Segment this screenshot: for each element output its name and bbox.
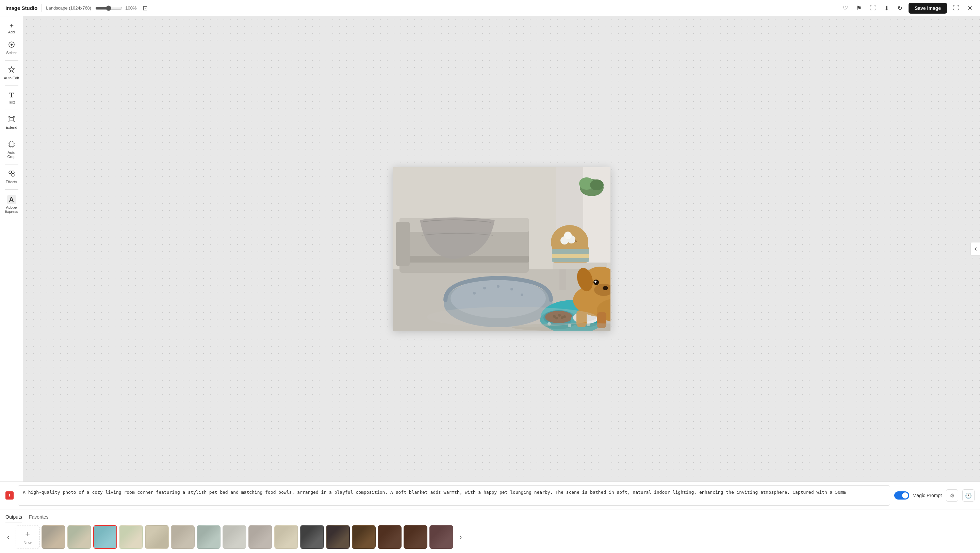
image-format: Landscape (1024x768) — [46, 5, 91, 11]
sidebar-item-auto-edit[interactable]: Auto Edit — [2, 63, 21, 83]
svg-point-35 — [511, 288, 513, 290]
text-icon: T — [9, 91, 14, 99]
thumbnail-2[interactable] — [67, 525, 91, 549]
download-button[interactable]: ⬇ — [882, 2, 891, 14]
svg-rect-3 — [9, 142, 14, 147]
output-tabs: Outputs Favorites — [0, 509, 980, 522]
zoom-control: 100% — [95, 5, 137, 11]
add-icon: ＋ — [8, 22, 15, 29]
thumbnail-10[interactable] — [274, 525, 298, 549]
thumbnail-13[interactable] — [352, 525, 375, 549]
thumbnail-16[interactable] — [430, 525, 453, 549]
sidebar-item-auto-crop-label: Auto Crop — [3, 150, 20, 159]
thumbnail-7[interactable] — [197, 525, 221, 549]
svg-point-36 — [520, 293, 523, 296]
right-panel-toggle[interactable] — [970, 242, 980, 256]
adobe-express-icon: A — [7, 195, 16, 204]
fullscreen-button[interactable]: ⛶ — [868, 2, 878, 14]
svg-rect-2 — [10, 118, 13, 121]
tab-favorites[interactable]: Favorites — [29, 512, 49, 522]
auto-edit-icon — [8, 66, 15, 75]
prompt-bar: ! Magic Prompt ⚙ 🕐 — [0, 482, 980, 509]
svg-point-22 — [564, 231, 572, 239]
magic-prompt-wrap: Magic Prompt — [894, 491, 942, 500]
svg-point-62 — [427, 307, 597, 327]
svg-point-6 — [11, 171, 14, 174]
plus-icon: ＋ — [24, 529, 31, 539]
svg-rect-14 — [396, 222, 410, 266]
magic-prompt-label: Magic Prompt — [913, 493, 942, 498]
thumbnail-8[interactable] — [223, 525, 247, 549]
sidebar-divider-3 — [5, 110, 18, 110]
sidebar-item-select[interactable]: Select — [2, 38, 21, 57]
thumbnail-new-button[interactable]: ＋ New — [16, 525, 40, 549]
thumbnail-3[interactable] — [93, 525, 117, 549]
svg-rect-17 — [552, 249, 589, 254]
svg-point-54 — [603, 286, 608, 290]
prompt-input[interactable] — [18, 485, 890, 506]
sidebar-divider-4 — [5, 135, 18, 135]
main-area: ＋ Add Select Auto Edit T Text — [0, 16, 980, 481]
svg-point-4 — [9, 171, 11, 174]
sidebar-item-text[interactable]: T Text — [2, 89, 21, 107]
tab-outputs[interactable]: Outputs — [5, 512, 22, 522]
thumbnail-15[interactable] — [404, 525, 427, 549]
prompt-error-icon: ! — [5, 491, 14, 500]
app-title: Image Studio — [5, 5, 37, 11]
flag-button[interactable]: ⚑ — [854, 2, 864, 14]
thumbnail-4[interactable] — [119, 525, 143, 549]
sidebar-divider-5 — [5, 164, 18, 164]
thumbnail-1[interactable] — [41, 525, 65, 549]
sidebar-divider-6 — [5, 189, 18, 190]
sidebar-item-effects-label: Effects — [6, 180, 17, 184]
svg-point-56 — [595, 280, 597, 283]
magic-prompt-toggle[interactable] — [894, 491, 909, 500]
svg-rect-19 — [552, 258, 589, 262]
fit-canvas-button[interactable]: ⊡ — [140, 2, 150, 14]
sidebar-item-effects[interactable]: Effects — [2, 167, 21, 186]
sidebar-item-adobe-express-label: Adobe Express — [3, 206, 20, 214]
sidebar-item-extend-label: Extend — [5, 125, 17, 129]
divider — [41, 4, 42, 12]
sidebar-item-select-label: Select — [6, 51, 17, 55]
favorite-button[interactable]: ♡ — [840, 2, 850, 14]
effects-icon — [8, 170, 15, 178]
sidebar-item-text-label: Text — [8, 100, 14, 104]
thumbnail-prev-button[interactable]: ‹ — [3, 532, 14, 542]
auto-crop-icon — [8, 141, 15, 149]
svg-rect-18 — [552, 254, 589, 258]
canvas-image — [393, 167, 611, 331]
svg-point-26 — [590, 180, 604, 190]
save-button[interactable]: Save image — [908, 3, 947, 14]
sidebar-item-auto-crop[interactable]: Auto Crop — [2, 138, 21, 161]
refresh-button[interactable]: ↻ — [895, 2, 904, 14]
svg-point-1 — [11, 44, 13, 46]
sidebar-item-add-label: Add — [8, 30, 15, 34]
sidebar-item-auto-edit-label: Auto Edit — [4, 76, 19, 80]
minimize-button[interactable]: ⛶ — [951, 2, 961, 14]
sidebar-item-add[interactable]: ＋ Add — [2, 19, 21, 37]
select-icon — [8, 41, 15, 49]
close-button[interactable]: ✕ — [966, 2, 975, 14]
canvas-area — [23, 16, 980, 481]
thumbnail-6[interactable] — [171, 525, 195, 549]
thumbnail-9[interactable] — [248, 525, 272, 549]
zoom-percent: 100% — [125, 5, 137, 11]
settings-button[interactable]: ⚙ — [946, 489, 958, 502]
zoom-slider[interactable] — [95, 5, 123, 11]
thumbnail-next-button[interactable]: › — [455, 532, 466, 542]
svg-rect-28 — [559, 269, 566, 290]
thumbnail-14[interactable] — [378, 525, 401, 549]
bottom-area: ! Magic Prompt ⚙ 🕐 Outputs Favorites ‹ ＋… — [0, 481, 980, 553]
thumbnail-11[interactable] — [300, 525, 324, 549]
left-sidebar: ＋ Add Select Auto Edit T Text — [0, 16, 23, 481]
sidebar-item-extend[interactable]: Extend — [2, 113, 21, 132]
sidebar-item-adobe-express[interactable]: A Adobe Express — [2, 193, 21, 216]
svg-point-34 — [497, 285, 500, 288]
extend-icon — [8, 115, 15, 124]
thumbnail-12[interactable] — [326, 525, 350, 549]
thumbnail-5[interactable] — [145, 525, 169, 549]
history-button[interactable]: 🕐 — [962, 489, 975, 502]
top-bar: Image Studio Landscape (1024x768) 100% ⊡… — [0, 0, 980, 16]
thumbnail-new-label: New — [24, 540, 32, 545]
